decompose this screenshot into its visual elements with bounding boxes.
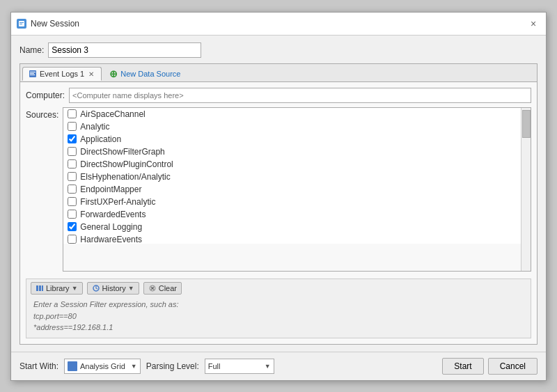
list-item: EndpointMapper: [63, 183, 521, 196]
library-icon: [36, 284, 44, 292]
history-dropdown-icon: ▼: [128, 285, 134, 292]
endpoint-label: EndpointMapper: [80, 185, 141, 194]
start-with-label: Start With:: [19, 361, 58, 371]
els-checkbox[interactable]: [68, 172, 77, 181]
svg-rect-6: [30, 75, 35, 75]
parsing-arrow-icon: ▼: [262, 363, 271, 370]
forwarded-label: ForwardedEvents: [80, 210, 146, 219]
parsing-select[interactable]: Full ▼: [205, 359, 274, 374]
computer-input[interactable]: [69, 88, 531, 103]
application-label: Application: [80, 134, 121, 144]
airspace-checkbox[interactable]: [68, 109, 77, 118]
list-item: Application: [63, 133, 521, 146]
analytic-label: Analytic: [80, 122, 109, 132]
svg-rect-8: [39, 285, 41, 291]
clear-icon: [148, 284, 157, 292]
parsing-label: Parsing Level:: [146, 361, 199, 371]
tab-content: Computer: Sources: AirSpaceChannel: [20, 82, 537, 344]
list-item: DirectShowFilterGraph: [63, 146, 521, 158]
scrollbar-track[interactable]: [521, 108, 531, 272]
general-logging-checkbox[interactable]: [68, 222, 77, 231]
forwarded-checkbox[interactable]: [68, 210, 77, 219]
start-with-select[interactable]: Analysis Grid ▼: [64, 359, 141, 374]
filter-area: Library ▼ History ▼: [26, 279, 531, 338]
library-button[interactable]: Library ▼: [31, 282, 83, 295]
list-item: Analytic: [63, 120, 521, 133]
name-input[interactable]: [48, 42, 201, 58]
directshow-plugin-label: DirectShowPluginControl: [80, 159, 173, 169]
list-item: ForwardedEvents: [63, 208, 521, 221]
list-item: DirectShowPluginControl: [63, 158, 521, 171]
bottom-row: Start With: Analysis Grid ▼ Parsing Leve…: [11, 352, 546, 380]
list-item: General Logging: [63, 221, 521, 233]
name-row: Name:: [19, 42, 538, 58]
sources-area: Sources: AirSpaceChannel Analytic: [26, 107, 531, 272]
list-item: ElsHyphenation/Analytic: [63, 171, 521, 183]
action-buttons: Start Cancel: [442, 358, 538, 375]
filter-placeholder: Enter a Session Filter expression, such …: [31, 297, 526, 335]
list-item: FirstUXPerf-Analytic: [63, 196, 521, 208]
list-item: HardwareEvents: [63, 233, 521, 244]
filter-placeholder-line1: Enter a Session Filter expression, such …: [33, 300, 178, 308]
sources-scroll-container: AirSpaceChannel Analytic Application: [63, 107, 531, 272]
directshow-filter-label: DirectShowFilterGraph: [80, 147, 164, 157]
tab-close-btn[interactable]: ✕: [87, 70, 95, 78]
dialog-title: New Session: [31, 19, 79, 29]
history-icon: [92, 284, 100, 292]
history-label: History: [102, 284, 126, 292]
general-logging-label: General Logging: [80, 222, 142, 232]
endpoint-checkbox[interactable]: [68, 185, 77, 194]
list-item: AirSpaceChannel: [63, 108, 521, 120]
parsing-value: Full: [208, 362, 259, 370]
tab-label: Event Logs 1: [40, 70, 84, 78]
tab-event-logs-1[interactable]: Event Logs 1 ✕: [22, 67, 102, 81]
new-datasource-label: New Data Source: [120, 70, 180, 78]
start-button[interactable]: Start: [442, 358, 483, 375]
new-datasource-button[interactable]: ⊕ New Data Source: [104, 66, 186, 81]
plus-icon: ⊕: [109, 68, 118, 79]
airspace-label: AirSpaceChannel: [80, 109, 145, 119]
history-button[interactable]: History ▼: [87, 282, 139, 295]
svg-rect-5: [30, 73, 34, 74]
tabs-area: Event Logs 1 ✕ ⊕ New Data Source Compute…: [19, 63, 538, 345]
clear-button[interactable]: Clear: [143, 282, 182, 295]
sources-label: Sources:: [26, 107, 58, 272]
firstux-label: FirstUXPerf-Analytic: [80, 197, 155, 207]
svg-rect-2: [19, 24, 22, 24]
sources-list[interactable]: AirSpaceChannel Analytic Application: [63, 108, 521, 244]
els-label: ElsHyphenation/Analytic: [80, 172, 170, 182]
hardware-label: HardwareEvents: [80, 235, 142, 244]
name-label: Name:: [19, 45, 44, 55]
svg-rect-4: [30, 72, 36, 72]
application-checkbox[interactable]: [68, 134, 77, 143]
start-with-value: Analysis Grid: [80, 362, 125, 370]
scrollbar-thumb[interactable]: [522, 110, 531, 138]
computer-label: Computer:: [26, 91, 65, 100]
filter-toolbar: Library ▼ History ▼: [31, 282, 526, 295]
svg-rect-9: [42, 285, 43, 291]
title-bar-left: New Session: [17, 19, 79, 29]
library-label: Library: [46, 284, 70, 292]
dialog-icon: [17, 19, 26, 29]
computer-row: Computer:: [26, 88, 531, 103]
analysis-grid-icon: [68, 361, 77, 371]
close-button[interactable]: ×: [526, 17, 540, 31]
directshow-filter-checkbox[interactable]: [68, 147, 77, 156]
clear-label: Clear: [159, 284, 177, 292]
firstux-checkbox[interactable]: [68, 197, 77, 206]
event-logs-icon: [29, 70, 37, 78]
svg-rect-7: [36, 285, 38, 291]
filter-placeholder-line3: *address==192.168.1.1: [33, 323, 113, 331]
library-dropdown-icon: ▼: [72, 285, 78, 292]
filter-placeholder-line2: tcp.port==80: [33, 312, 77, 320]
svg-rect-1: [19, 22, 24, 23]
dialog-body: Name: Event Logs 1 ✕ ⊕ New Da: [11, 36, 546, 352]
cancel-button[interactable]: Cancel: [488, 358, 538, 375]
analytic-checkbox[interactable]: [68, 122, 77, 131]
tab-bar: Event Logs 1 ✕ ⊕ New Data Source: [20, 64, 537, 82]
new-session-dialog: New Session × Name: Event Logs 1: [10, 12, 547, 381]
directshow-plugin-checkbox[interactable]: [68, 159, 77, 168]
title-bar: New Session ×: [11, 13, 546, 36]
hardware-checkbox[interactable]: [68, 235, 77, 244]
start-with-arrow-icon: ▼: [128, 363, 137, 370]
